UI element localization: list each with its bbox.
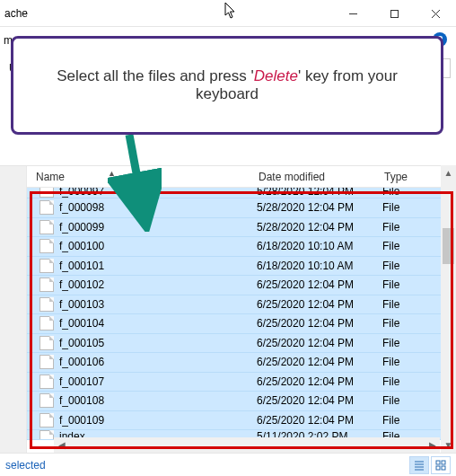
instruction-text: Select all the files and press 'Delete' … [37, 67, 417, 103]
file-list-body: ▲ Name Date modified Type f_0000975/28/2… [27, 166, 456, 453]
status-bar: selected [0, 453, 456, 476]
file-icon [39, 413, 54, 428]
file-row[interactable]: f_0001056/25/2020 12:04 PMFile [27, 334, 456, 354]
svg-rect-10 [436, 461, 440, 464]
minimize-button[interactable] [332, 0, 373, 27]
file-date: 6/25/2020 12:04 PM [257, 394, 382, 407]
file-name: f_000100 [59, 240, 257, 252]
svg-rect-11 [442, 461, 445, 464]
file-row[interactable]: f_0001066/25/2020 12:04 PMFile [27, 353, 456, 373]
svg-rect-12 [436, 466, 440, 470]
horizontal-scrollbar[interactable]: ◀ ▶ [54, 437, 440, 453]
file-icon [39, 316, 54, 331]
file-row[interactable]: f_0000995/28/2020 12:04 PMFile [27, 218, 456, 238]
file-row[interactable]: f_0001006/18/2020 10:10 AMFile [27, 237, 456, 257]
file-date: 6/25/2020 12:04 PM [257, 317, 382, 330]
file-name: f_000102 [59, 278, 257, 291]
file-date: 6/25/2020 12:04 PM [257, 375, 382, 388]
file-row[interactable]: f_0001026/25/2020 12:04 PMFile [27, 276, 456, 295]
vertical-scrollbar[interactable]: ▲ ▼ [441, 165, 456, 453]
file-name: f_000104 [59, 317, 257, 330]
file-icon [39, 278, 54, 292]
file-date: 5/28/2020 12:04 PM [257, 188, 382, 198]
window-controls [332, 0, 456, 27]
file-name: f_000109 [59, 414, 257, 427]
file-name: f_000106 [59, 356, 257, 368]
scroll-up-button[interactable]: ▲ [441, 165, 456, 181]
file-icon [39, 336, 54, 350]
file-row[interactable]: f_0001016/18/2020 10:10 AMFile [27, 257, 456, 277]
instruction-callout: Select all the files and press 'Delete' … [11, 36, 443, 135]
file-date: 6/25/2020 12:04 PM [257, 356, 382, 368]
file-date: 6/25/2020 12:04 PM [257, 414, 382, 427]
file-row[interactable]: f_0001046/25/2020 12:04 PMFile [27, 314, 456, 334]
file-date: 6/25/2020 12:04 PM [257, 278, 382, 291]
details-view-button[interactable] [409, 456, 429, 474]
scroll-left-button[interactable]: ◀ [54, 437, 69, 453]
maximize-button[interactable] [373, 0, 415, 27]
instruction-em: Delete [254, 67, 298, 84]
file-row[interactable]: f_0001096/25/2020 12:04 PMFile [27, 411, 456, 431]
scroll-down-button[interactable]: ▼ [441, 437, 456, 453]
file-list: ▲ Name Date modified Type f_0000975/28/2… [0, 165, 456, 453]
scroll-right-button[interactable]: ▶ [425, 437, 440, 453]
file-row[interactable]: f_0001086/25/2020 12:04 PMFile [27, 392, 456, 411]
svg-rect-13 [442, 466, 445, 470]
cursor-icon [224, 2, 239, 20]
file-date: 5/28/2020 12:04 PM [257, 201, 382, 214]
file-row[interactable]: f_0000985/28/2020 12:04 PMFile [27, 198, 456, 218]
file-icon [39, 393, 54, 408]
file-date: 6/18/2020 10:10 AM [257, 240, 382, 252]
scroll-track[interactable] [69, 437, 425, 453]
close-button[interactable] [415, 0, 456, 27]
file-date: 5/28/2020 12:04 PM [257, 221, 382, 234]
file-icon [39, 355, 54, 369]
scroll-thumb[interactable] [443, 228, 454, 264]
file-date: 6/18/2020 10:10 AM [257, 260, 382, 272]
status-text: selected [5, 459, 46, 472]
file-icon [39, 188, 54, 198]
file-icon [39, 375, 54, 389]
annotation-arrow-icon [108, 133, 162, 232]
column-header-date[interactable]: Date modified [259, 171, 384, 183]
file-name: f_000107 [59, 375, 257, 388]
file-date: 6/25/2020 12:04 PM [257, 337, 382, 349]
file-name: f_000105 [59, 337, 257, 349]
instruction-pre: Select all the files and press ' [57, 67, 254, 84]
view-buttons [409, 456, 451, 474]
file-icon [39, 430, 54, 440]
file-icon [39, 239, 54, 253]
column-headers: ▲ Name Date modified Type [27, 166, 456, 188]
svg-rect-1 [390, 10, 398, 17]
file-name: f_000101 [59, 260, 257, 272]
file-date: 6/25/2020 12:04 PM [257, 298, 382, 311]
file-icon [39, 297, 54, 312]
navigation-pane-gutter [0, 166, 27, 453]
file-name: f_000103 [59, 298, 257, 311]
file-icon [39, 220, 54, 234]
file-row[interactable]: f_0000975/28/2020 12:04 PMFile [27, 188, 456, 198]
file-row[interactable]: f_0001076/25/2020 12:04 PMFile [27, 373, 456, 392]
file-icon [39, 200, 54, 215]
file-row[interactable]: f_0001036/25/2020 12:04 PMFile [27, 295, 456, 315]
file-icon [39, 259, 54, 273]
file-name: f_000108 [59, 394, 257, 407]
window-title: ache [4, 7, 28, 20]
icons-view-button[interactable] [431, 456, 451, 474]
file-rows[interactable]: f_0000975/28/2020 12:04 PMFilef_0000985/… [27, 188, 456, 453]
